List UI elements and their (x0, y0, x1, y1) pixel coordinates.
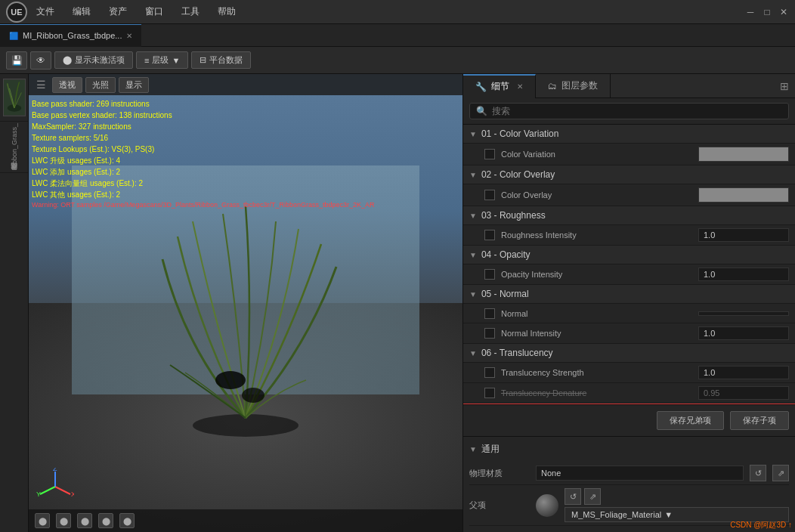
color-variation-value[interactable] (698, 147, 789, 162)
color-variation-checkbox[interactable] (484, 149, 495, 159)
save-icon: 💾 (11, 55, 23, 66)
menu-tools[interactable]: 工具 (178, 4, 203, 20)
translucency-strength-value[interactable]: 1.0 (698, 366, 789, 379)
window-controls: ─ □ ✕ (745, 7, 789, 17)
perspective-button[interactable]: 透视 (52, 77, 82, 93)
tab-bar: 🟦 MI_Ribbon_Grass_tbdpe... ✕ (0, 24, 795, 47)
svg-text:X: X (71, 490, 74, 498)
roughness-intensity-checkbox[interactable] (484, 230, 495, 240)
normal-intensity-row: Normal Intensity 1.0 (463, 323, 795, 344)
section-roughness-header[interactable]: ▼ 03 - Roughness (463, 206, 795, 225)
menu-window[interactable]: 窗口 (142, 4, 166, 20)
phys-material-link[interactable]: ⇗ (772, 465, 789, 481)
minimize-button[interactable]: ─ (745, 7, 756, 17)
normal-checkbox[interactable] (484, 308, 495, 319)
color-variation-arrow: ▼ (469, 130, 477, 138)
menu-edit[interactable]: 编辑 (70, 4, 94, 20)
tab-layer-params[interactable]: 🗂 图层参数 (536, 74, 611, 98)
lighting-button[interactable]: 光照 (85, 77, 116, 93)
panel-tabs: 🔧 细节 ✕ 🗂 图层参数 ⊞ (463, 74, 795, 98)
color-overlay-value[interactable] (698, 187, 789, 203)
save-child-button[interactable]: 保存子项 (730, 411, 789, 430)
show-inactive-icon: ⬤ (63, 55, 72, 65)
color-variation-row: Color Variation (463, 144, 795, 165)
menu-asset[interactable]: 资产 (106, 4, 130, 20)
roughness-intensity-value[interactable]: 1.0 (698, 228, 789, 242)
color-overlay-checkbox[interactable] (484, 190, 495, 200)
phys-material-refresh[interactable]: ↺ (750, 465, 766, 481)
search-input[interactable] (492, 106, 782, 116)
opacity-arrow: ▼ (469, 251, 477, 259)
translucency-denature-label: Translucency Denature (501, 388, 698, 397)
translucency-denature-row: Translucency Denature 0.95 (463, 383, 795, 404)
translucency-title: 06 - Translucency (481, 348, 553, 358)
color-variation-label: Color Variation (501, 150, 698, 159)
logo-text: UE (11, 8, 22, 17)
opacity-intensity-row: Opacity Intensity 1.0 (463, 264, 795, 285)
section-translucency-header[interactable]: ▼ 06 - Translucency (463, 344, 795, 363)
save-button[interactable]: 💾 (6, 51, 27, 70)
ribbon-label: Ribbon_Grass_ (11, 123, 18, 171)
vp-icon-5[interactable]: ⬤ (119, 513, 135, 528)
tab-details-close[interactable]: ✕ (517, 82, 523, 91)
watermark: CSDN @阿赵3D ↑ (730, 520, 792, 530)
svg-point-4 (242, 388, 264, 403)
svg-point-3 (215, 371, 246, 389)
svg-line-5 (55, 487, 70, 494)
normal-row: Normal (463, 304, 795, 323)
normal-value[interactable] (698, 311, 789, 316)
section-translucency: ▼ 06 - Translucency Translucency Strengt… (463, 344, 795, 404)
vp-icon-3[interactable]: ⬤ (77, 513, 92, 528)
section-color-variation: ▼ 01 - Color Variation Color Variation (463, 125, 795, 165)
parent-link[interactable]: ⇗ (584, 488, 601, 505)
menu-help[interactable]: 帮助 (215, 4, 239, 20)
normal-intensity-checkbox[interactable] (484, 328, 495, 339)
normal-intensity-value[interactable]: 1.0 (698, 326, 789, 340)
left-item-ribbon[interactable] (0, 74, 28, 122)
translucency-strength-checkbox[interactable] (484, 367, 495, 378)
section-color-overlay-header[interactable]: ▼ 02 - Color Overlay (463, 165, 795, 184)
properties-panel: ▼ 01 - Color Variation Color Variation ▼… (463, 125, 795, 404)
vp-icon-2[interactable]: ⬤ (56, 513, 71, 528)
phys-material-row: 物理材质 None ↺ ⇗ (469, 462, 789, 485)
opacity-intensity-value[interactable]: 1.0 (698, 268, 789, 281)
opacity-intensity-label: Opacity Intensity (501, 270, 698, 279)
panel-grid-button[interactable]: ⊞ (780, 80, 789, 92)
section-normal-header[interactable]: ▼ 05 - Normal (463, 285, 795, 304)
parent-refresh[interactable]: ↺ (565, 488, 581, 505)
layers-dropdown-icon: ▼ (172, 56, 180, 65)
tab-details[interactable]: 🔧 细节 ✕ (463, 74, 536, 98)
platform-data-button[interactable]: ⊟ 平台数据 (191, 51, 251, 69)
layers-button[interactable]: ≡ 层级 ▼ (136, 51, 188, 69)
vp-icon-1[interactable]: ⬤ (35, 513, 50, 528)
search-icon: 🔍 (476, 106, 487, 116)
show-inactive-button[interactable]: ⬤ 显示未激活项 (54, 51, 133, 69)
maximize-button[interactable]: □ (762, 7, 772, 17)
translucency-arrow: ▼ (469, 349, 477, 357)
roughness-arrow: ▼ (469, 212, 477, 220)
eye-icon: 👁 (36, 55, 45, 66)
color-overlay-row: Color Overlay (463, 184, 795, 206)
translucency-strength-label: Translucency Strength (501, 368, 698, 377)
translucency-denature-checkbox[interactable] (484, 388, 495, 398)
roughness-title: 03 - Roughness (481, 210, 546, 221)
viewport-menu-button[interactable]: ☰ (33, 79, 49, 91)
active-tab[interactable]: 🟦 MI_Ribbon_Grass_tbdpe... ✕ (0, 24, 141, 47)
show-inactive-label: 显示未激活项 (75, 54, 125, 66)
tab-close-icon[interactable]: ✕ (126, 32, 132, 40)
opacity-intensity-checkbox[interactable] (484, 269, 495, 280)
menu-file[interactable]: 文件 (33, 4, 57, 20)
close-button[interactable]: ✕ (778, 7, 789, 17)
save-buttons: 保存兄弟项 保存子项 (463, 404, 795, 436)
phys-material-label: 物理材质 (469, 468, 530, 479)
section-opacity: ▼ 04 - Opacity Opacity Intensity 1.0 (463, 246, 795, 285)
section-color-variation-header[interactable]: ▼ 01 - Color Variation (463, 125, 795, 144)
display-button[interactable]: 显示 (119, 77, 149, 93)
section-opacity-header[interactable]: ▼ 04 - Opacity (463, 246, 795, 264)
general-section-header[interactable]: ▼ 通用 (469, 443, 789, 456)
tab-details-label: 细节 (491, 80, 509, 93)
vp-icon-4[interactable]: ⬤ (98, 513, 113, 528)
translucency-denature-value[interactable]: 0.95 (698, 386, 789, 400)
settings-button[interactable]: 👁 (30, 51, 51, 70)
save-sibling-button[interactable]: 保存兄弟项 (657, 411, 724, 430)
